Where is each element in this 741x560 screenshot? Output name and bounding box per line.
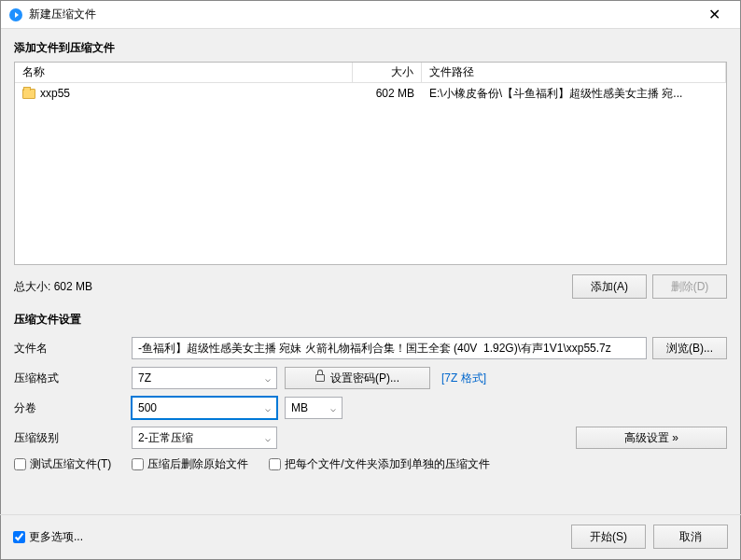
total-size-label: 总大小: 602 MB xyxy=(14,279,566,295)
app-icon xyxy=(8,7,23,22)
delete-button: 删除(D) xyxy=(652,274,727,299)
format-label: 压缩格式 xyxy=(14,371,132,386)
archive-settings-heading: 压缩文件设置 xyxy=(14,312,727,328)
col-name-header[interactable]: 名称 xyxy=(15,63,353,82)
volume-input[interactable]: 500 ⌵ xyxy=(132,397,277,419)
unit-value: MB xyxy=(291,401,308,414)
titlebar: 新建压缩文件 ✕ xyxy=(1,1,740,29)
volume-value: 500 xyxy=(138,401,157,414)
more-options-input[interactable] xyxy=(13,531,25,543)
password-label: 设置密码(P)... xyxy=(330,371,399,386)
volume-label: 分卷 xyxy=(14,400,132,416)
delete-after-label: 压缩后删除原始文件 xyxy=(147,456,248,472)
chevron-down-icon: ⌵ xyxy=(330,403,336,413)
more-options-label: 更多选项... xyxy=(29,529,83,545)
level-label: 压缩级别 xyxy=(14,430,132,446)
separate-archives-label: 把每个文件/文件夹添加到单独的压缩文件 xyxy=(285,456,489,472)
delete-after-checkbox[interactable]: 压缩后删除原始文件 xyxy=(132,456,248,472)
file-path-cell: E:\小橡皮备份\【斗鱼福利】超级性感美女主播 宛... xyxy=(422,86,726,102)
chevron-down-icon: ⌵ xyxy=(265,433,271,443)
filename-label: 文件名 xyxy=(14,341,132,357)
set-password-button[interactable]: 设置密码(P)... xyxy=(285,367,430,389)
unit-select[interactable]: MB ⌵ xyxy=(285,397,343,419)
browse-button[interactable]: 浏览(B)... xyxy=(652,337,727,359)
separate-archives-checkbox[interactable]: 把每个文件/文件夹添加到单独的压缩文件 xyxy=(269,456,489,472)
col-size-header[interactable]: 大小 xyxy=(353,63,422,82)
close-button[interactable]: ✕ xyxy=(695,1,733,29)
separate-archives-input[interactable] xyxy=(269,458,281,470)
level-value: 2-正常压缩 xyxy=(138,430,193,446)
test-archive-checkbox[interactable]: 测试压缩文件(T) xyxy=(14,456,111,472)
test-archive-label: 测试压缩文件(T) xyxy=(30,456,111,472)
format-help-link[interactable]: [7Z 格式] xyxy=(441,371,486,386)
cancel-button[interactable]: 取消 xyxy=(653,525,728,549)
more-options-checkbox[interactable]: 更多选项... xyxy=(13,529,564,545)
level-select[interactable]: 2-正常压缩 ⌵ xyxy=(132,427,277,449)
filename-input[interactable] xyxy=(132,337,647,359)
chevron-down-icon: ⌵ xyxy=(265,403,271,413)
folder-icon xyxy=(22,89,35,99)
start-button[interactable]: 开始(S) xyxy=(571,525,646,549)
file-list: 名称 大小 文件路径 xxp55 602 MB E:\小橡皮备份\【斗鱼福利】超… xyxy=(14,62,727,265)
format-select[interactable]: 7Z ⌵ xyxy=(132,367,277,389)
add-button[interactable]: 添加(A) xyxy=(572,274,647,299)
file-list-header: 名称 大小 文件路径 xyxy=(15,63,726,83)
window-title: 新建压缩文件 xyxy=(29,7,695,22)
test-archive-input[interactable] xyxy=(14,458,26,470)
delete-after-input[interactable] xyxy=(132,458,144,470)
advanced-settings-button[interactable]: 高级设置 » xyxy=(576,427,727,449)
lock-icon xyxy=(315,374,325,382)
format-value: 7Z xyxy=(138,371,151,385)
file-row[interactable]: xxp55 602 MB E:\小橡皮备份\【斗鱼福利】超级性感美女主播 宛..… xyxy=(15,83,726,104)
col-path-header[interactable]: 文件路径 xyxy=(422,63,726,82)
file-size-cell: 602 MB xyxy=(353,87,422,100)
bottom-bar: 更多选项... 开始(S) 取消 xyxy=(0,514,741,560)
file-name-cell: xxp55 xyxy=(40,87,70,100)
add-files-heading: 添加文件到压缩文件 xyxy=(14,40,727,56)
chevron-down-icon: ⌵ xyxy=(265,373,271,384)
